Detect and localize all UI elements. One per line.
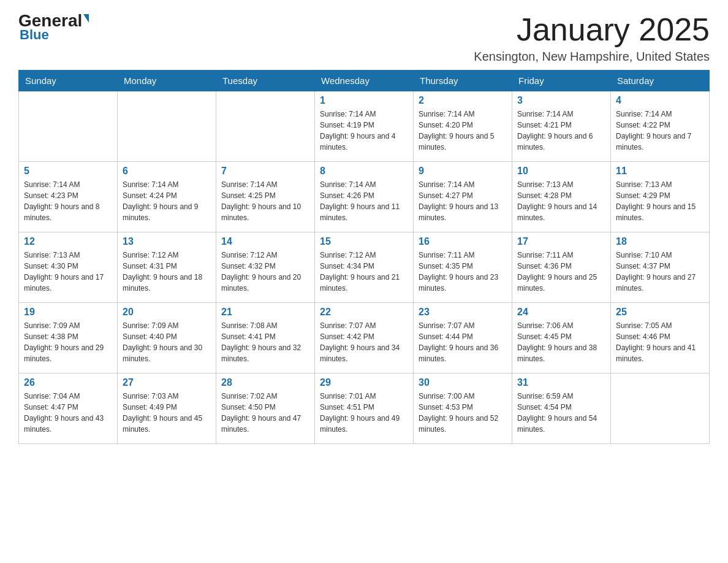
calendar-cell: 28Sunrise: 7:02 AM Sunset: 4:50 PM Dayli… <box>216 373 315 444</box>
calendar-cell: 21Sunrise: 7:08 AM Sunset: 4:41 PM Dayli… <box>216 303 315 373</box>
cell-info-text: Sunrise: 7:02 AM Sunset: 4:50 PM Dayligh… <box>221 391 309 435</box>
cell-info-text: Sunrise: 7:09 AM Sunset: 4:40 PM Dayligh… <box>123 320 211 364</box>
day-header-wednesday: Wednesday <box>315 71 414 91</box>
cell-info-text: Sunrise: 7:14 AM Sunset: 4:26 PM Dayligh… <box>320 179 408 223</box>
day-header-tuesday: Tuesday <box>216 71 315 91</box>
calendar-cell: 20Sunrise: 7:09 AM Sunset: 4:40 PM Dayli… <box>118 303 216 373</box>
cell-day-number: 1 <box>320 95 408 106</box>
cell-day-number: 9 <box>419 166 507 177</box>
calendar-cell: 2Sunrise: 7:14 AM Sunset: 4:20 PM Daylig… <box>414 91 512 162</box>
cell-day-number: 6 <box>123 166 211 177</box>
logo-blue: Blue <box>20 27 49 43</box>
calendar-cell <box>19 91 118 162</box>
cell-info-text: Sunrise: 7:08 AM Sunset: 4:41 PM Dayligh… <box>221 320 309 364</box>
calendar-cell <box>118 91 216 162</box>
cell-info-text: Sunrise: 7:14 AM Sunset: 4:23 PM Dayligh… <box>24 179 112 223</box>
calendar-cell: 14Sunrise: 7:12 AM Sunset: 4:32 PM Dayli… <box>216 232 315 303</box>
calendar-cell: 6Sunrise: 7:14 AM Sunset: 4:24 PM Daylig… <box>118 162 216 232</box>
cell-day-number: 11 <box>616 166 704 177</box>
logo-triangle-icon <box>83 14 89 23</box>
calendar-week-4: 19Sunrise: 7:09 AM Sunset: 4:38 PM Dayli… <box>19 303 710 373</box>
calendar-cell: 29Sunrise: 7:01 AM Sunset: 4:51 PM Dayli… <box>315 373 414 444</box>
cell-info-text: Sunrise: 7:11 AM Sunset: 4:35 PM Dayligh… <box>419 250 507 294</box>
cell-info-text: Sunrise: 7:06 AM Sunset: 4:45 PM Dayligh… <box>517 320 605 364</box>
cell-day-number: 5 <box>24 166 112 177</box>
calendar-cell: 22Sunrise: 7:07 AM Sunset: 4:42 PM Dayli… <box>315 303 414 373</box>
calendar-cell: 11Sunrise: 7:13 AM Sunset: 4:29 PM Dayli… <box>611 162 710 232</box>
calendar-cell: 13Sunrise: 7:12 AM Sunset: 4:31 PM Dayli… <box>118 232 216 303</box>
calendar-cell: 17Sunrise: 7:11 AM Sunset: 4:36 PM Dayli… <box>512 232 611 303</box>
cell-info-text: Sunrise: 7:11 AM Sunset: 4:36 PM Dayligh… <box>517 250 605 294</box>
cell-info-text: Sunrise: 7:14 AM Sunset: 4:24 PM Dayligh… <box>123 179 211 223</box>
cell-day-number: 2 <box>419 95 507 106</box>
calendar-cell: 26Sunrise: 7:04 AM Sunset: 4:47 PM Dayli… <box>19 373 118 444</box>
calendar-cell <box>216 91 315 162</box>
cell-day-number: 7 <box>221 166 309 177</box>
cell-info-text: Sunrise: 7:14 AM Sunset: 4:27 PM Dayligh… <box>419 179 507 223</box>
cell-info-text: Sunrise: 7:07 AM Sunset: 4:42 PM Dayligh… <box>320 320 408 364</box>
calendar-cell: 5Sunrise: 7:14 AM Sunset: 4:23 PM Daylig… <box>19 162 118 232</box>
calendar-cell <box>611 373 710 444</box>
cell-info-text: Sunrise: 7:14 AM Sunset: 4:25 PM Dayligh… <box>221 179 309 223</box>
calendar-cell: 19Sunrise: 7:09 AM Sunset: 4:38 PM Dayli… <box>19 303 118 373</box>
calendar-cell: 8Sunrise: 7:14 AM Sunset: 4:26 PM Daylig… <box>315 162 414 232</box>
cell-day-number: 4 <box>616 95 704 106</box>
calendar-cell: 7Sunrise: 7:14 AM Sunset: 4:25 PM Daylig… <box>216 162 315 232</box>
calendar-cell: 4Sunrise: 7:14 AM Sunset: 4:22 PM Daylig… <box>611 91 710 162</box>
calendar-cell: 18Sunrise: 7:10 AM Sunset: 4:37 PM Dayli… <box>611 232 710 303</box>
cell-info-text: Sunrise: 7:01 AM Sunset: 4:51 PM Dayligh… <box>320 391 408 435</box>
cell-day-number: 17 <box>517 236 605 247</box>
calendar-week-3: 12Sunrise: 7:13 AM Sunset: 4:30 PM Dayli… <box>19 232 710 303</box>
calendar-header-row: SundayMondayTuesdayWednesdayThursdayFrid… <box>19 71 710 91</box>
calendar-cell: 15Sunrise: 7:12 AM Sunset: 4:34 PM Dayli… <box>315 232 414 303</box>
cell-day-number: 25 <box>616 307 704 318</box>
logo: General Blue <box>18 12 89 43</box>
cell-info-text: Sunrise: 7:12 AM Sunset: 4:34 PM Dayligh… <box>320 250 408 294</box>
cell-day-number: 29 <box>320 377 408 388</box>
calendar-cell: 30Sunrise: 7:00 AM Sunset: 4:53 PM Dayli… <box>414 373 512 444</box>
page-header: General Blue January 2025 Kensington, Ne… <box>18 12 710 64</box>
calendar-cell: 16Sunrise: 7:11 AM Sunset: 4:35 PM Dayli… <box>414 232 512 303</box>
cell-info-text: Sunrise: 7:05 AM Sunset: 4:46 PM Dayligh… <box>616 320 704 364</box>
cell-info-text: Sunrise: 7:14 AM Sunset: 4:20 PM Dayligh… <box>419 109 507 153</box>
cell-day-number: 3 <box>517 95 605 106</box>
cell-day-number: 18 <box>616 236 704 247</box>
cell-day-number: 24 <box>517 307 605 318</box>
cell-day-number: 14 <box>221 236 309 247</box>
cell-info-text: Sunrise: 7:03 AM Sunset: 4:49 PM Dayligh… <box>123 391 211 435</box>
calendar-cell: 23Sunrise: 7:07 AM Sunset: 4:44 PM Dayli… <box>414 303 512 373</box>
calendar-cell: 12Sunrise: 7:13 AM Sunset: 4:30 PM Dayli… <box>19 232 118 303</box>
cell-info-text: Sunrise: 7:10 AM Sunset: 4:37 PM Dayligh… <box>616 250 704 294</box>
calendar-cell: 31Sunrise: 6:59 AM Sunset: 4:54 PM Dayli… <box>512 373 611 444</box>
cell-day-number: 15 <box>320 236 408 247</box>
cell-info-text: Sunrise: 7:13 AM Sunset: 4:30 PM Dayligh… <box>24 250 112 294</box>
calendar-cell: 25Sunrise: 7:05 AM Sunset: 4:46 PM Dayli… <box>611 303 710 373</box>
cell-day-number: 30 <box>419 377 507 388</box>
cell-info-text: Sunrise: 7:14 AM Sunset: 4:22 PM Dayligh… <box>616 109 704 153</box>
calendar-table: SundayMondayTuesdayWednesdayThursdayFrid… <box>18 70 710 444</box>
cell-day-number: 16 <box>419 236 507 247</box>
cell-info-text: Sunrise: 7:12 AM Sunset: 4:32 PM Dayligh… <box>221 250 309 294</box>
calendar-cell: 1Sunrise: 7:14 AM Sunset: 4:19 PM Daylig… <box>315 91 414 162</box>
cell-day-number: 27 <box>123 377 211 388</box>
day-header-saturday: Saturday <box>611 71 710 91</box>
calendar-week-1: 1Sunrise: 7:14 AM Sunset: 4:19 PM Daylig… <box>19 91 710 162</box>
day-header-sunday: Sunday <box>19 71 118 91</box>
location-title: Kensington, New Hampshire, United States <box>474 50 710 64</box>
calendar-cell: 27Sunrise: 7:03 AM Sunset: 4:49 PM Dayli… <box>118 373 216 444</box>
cell-info-text: Sunrise: 7:13 AM Sunset: 4:28 PM Dayligh… <box>517 179 605 223</box>
cell-info-text: Sunrise: 7:07 AM Sunset: 4:44 PM Dayligh… <box>419 320 507 364</box>
calendar-cell: 10Sunrise: 7:13 AM Sunset: 4:28 PM Dayli… <box>512 162 611 232</box>
day-header-thursday: Thursday <box>414 71 512 91</box>
cell-day-number: 22 <box>320 307 408 318</box>
month-title: January 2025 <box>474 12 710 47</box>
cell-info-text: Sunrise: 7:04 AM Sunset: 4:47 PM Dayligh… <box>24 391 112 435</box>
cell-day-number: 21 <box>221 307 309 318</box>
title-area: January 2025 Kensington, New Hampshire, … <box>474 12 710 64</box>
cell-info-text: Sunrise: 7:00 AM Sunset: 4:53 PM Dayligh… <box>419 391 507 435</box>
cell-day-number: 23 <box>419 307 507 318</box>
calendar-cell: 24Sunrise: 7:06 AM Sunset: 4:45 PM Dayli… <box>512 303 611 373</box>
cell-info-text: Sunrise: 6:59 AM Sunset: 4:54 PM Dayligh… <box>517 391 605 435</box>
cell-info-text: Sunrise: 7:13 AM Sunset: 4:29 PM Dayligh… <box>616 179 704 223</box>
cell-day-number: 20 <box>123 307 211 318</box>
